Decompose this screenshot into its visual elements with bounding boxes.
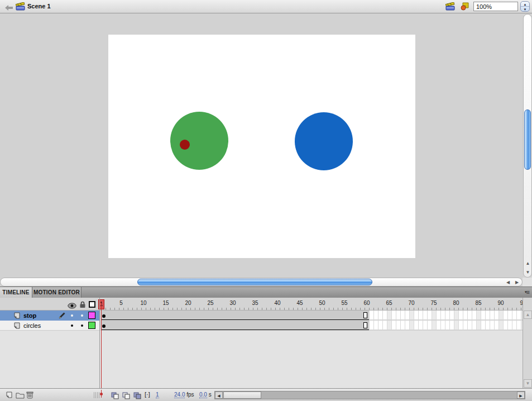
end-frame-marker[interactable] <box>363 322 367 328</box>
stage-canvas[interactable] <box>108 35 415 258</box>
stage-pasteboard[interactable] <box>0 14 523 278</box>
timeline-horizontal-scrollbar[interactable]: ◀ ▶ <box>214 391 525 399</box>
ruler-number: 50 <box>319 300 325 306</box>
blue-circle[interactable] <box>295 112 353 170</box>
onion-skin-icon[interactable] <box>111 392 119 401</box>
onion-skin-outlines-icon[interactable] <box>122 392 131 401</box>
keyframe-icon[interactable] <box>102 314 106 318</box>
ruler-number: 25 <box>207 300 213 306</box>
layer-name[interactable]: stop <box>23 312 36 319</box>
edit-symbols-icon[interactable] <box>460 2 469 13</box>
timeline-header: 5101520253035404550556065707580859095 1 <box>0 298 532 311</box>
time-label: s <box>209 392 212 398</box>
edit-scene-icon[interactable] <box>445 2 456 13</box>
frame-span[interactable] <box>101 311 369 320</box>
stage-horizontal-scrollbar[interactable]: ◀ ▶ <box>0 278 523 287</box>
flash-application-window: Scene 1 100% ▲ ▼ <box>0 0 532 401</box>
frame-rate: 24.0 fps <box>174 392 194 398</box>
ruler-number: 15 <box>162 300 169 306</box>
elapsed-time: 0.0 s <box>199 392 212 398</box>
layer-column-divider <box>99 298 100 388</box>
layer-visibility-dot[interactable] <box>71 324 73 327</box>
tab-motion-editor[interactable]: MOTION EDITOR <box>32 287 82 298</box>
scene-title: Scene 1 <box>27 3 51 9</box>
zoom-level-input[interactable]: 100% <box>473 2 518 11</box>
zoom-stepper[interactable]: ▲ ▼ <box>520 1 530 12</box>
edit-bar: Scene 1 100% ▲ ▼ <box>0 0 532 13</box>
ruler-number: 5 <box>119 300 123 306</box>
timeline-hscroll-thumb[interactable] <box>223 392 261 399</box>
empty-frames[interactable] <box>369 321 523 330</box>
ruler-number: 70 <box>408 300 414 306</box>
layer-lock-dot[interactable] <box>81 324 83 327</box>
panel-resize-grip[interactable] <box>94 392 99 398</box>
ruler-number: 65 <box>386 300 392 306</box>
scroll-left-icon[interactable]: ◀ <box>215 392 223 399</box>
ruler-number: 20 <box>185 300 191 306</box>
stepper-up-icon[interactable]: ▲ <box>521 2 529 7</box>
modify-markers-icon[interactable]: [·] <box>145 391 150 398</box>
stage-drawing[interactable] <box>108 35 415 258</box>
current-frame-value[interactable]: 1 <box>156 392 159 398</box>
lock-layers-icon[interactable] <box>79 300 86 311</box>
ruler-number: 90 <box>497 300 504 306</box>
delete-layer-icon[interactable] <box>26 391 33 401</box>
scroll-up-icon[interactable]: ▲ <box>524 311 532 319</box>
frame-ruler[interactable]: 5101520253035404550556065707580859095 <box>101 298 523 311</box>
empty-frames[interactable] <box>369 311 523 320</box>
fps-value[interactable]: 24.0 <box>174 392 185 398</box>
time-value[interactable]: 0.0 <box>199 392 207 398</box>
layer-lock-dot[interactable] <box>81 314 83 317</box>
status-playhead-marker <box>101 390 102 398</box>
timeline-status-bar: [·] 1 24.0 fps 0.0 s ◀ ▶ <box>0 388 532 401</box>
frame-row-stop[interactable] <box>101 311 523 321</box>
stage-hscroll-thumb[interactable] <box>137 279 372 285</box>
frame-row-circles[interactable] <box>101 321 523 331</box>
ruler-number: 80 <box>453 300 459 306</box>
scene-clapperboard-icon <box>16 2 26 13</box>
ruler-number: 40 <box>274 300 280 306</box>
tab-timeline[interactable]: TIMELINE <box>0 287 32 298</box>
ruler-ticks <box>101 308 523 310</box>
outline-layers-icon[interactable] <box>89 301 95 308</box>
fps-label: fps <box>186 392 194 398</box>
green-circle[interactable] <box>170 112 228 170</box>
new-folder-icon[interactable] <box>16 391 25 401</box>
layer-outline-color-swatch[interactable] <box>88 312 95 319</box>
ruler-number: 45 <box>296 300 303 306</box>
ruler-number: 10 <box>140 300 146 306</box>
red-dot[interactable] <box>180 140 190 150</box>
scroll-down-icon[interactable]: ▼ <box>524 268 532 276</box>
layer-visibility-dot[interactable] <box>71 314 73 317</box>
new-layer-icon[interactable] <box>4 391 13 401</box>
scroll-up-icon[interactable]: ▲ <box>524 259 532 268</box>
layer-outline-color-swatch[interactable] <box>88 322 95 329</box>
ruler-number: 75 <box>430 300 437 306</box>
scroll-down-icon[interactable]: ▼ <box>524 379 532 388</box>
ruler-number: 85 <box>475 300 481 306</box>
scroll-right-icon[interactable]: ▶ <box>517 392 525 399</box>
ruler-number: 30 <box>229 300 236 306</box>
end-frame-marker[interactable] <box>363 312 367 318</box>
scroll-right-icon[interactable]: ▶ <box>512 279 521 286</box>
ruler-number: 60 <box>363 300 370 306</box>
stepper-down-icon[interactable]: ▼ <box>521 7 529 12</box>
scroll-left-icon[interactable]: ◀ <box>504 279 512 286</box>
show-hide-layers-icon[interactable] <box>68 301 76 311</box>
stage-vertical-scrollbar[interactable]: ▲ ▼ <box>523 14 532 278</box>
frame-span[interactable] <box>101 321 369 330</box>
panel-menu-icon[interactable]: ▾≡ <box>525 289 529 295</box>
back-arrow-icon[interactable] <box>4 3 13 13</box>
keyframe-icon[interactable] <box>102 324 106 328</box>
layer-page-icon <box>12 322 21 332</box>
timeline-tab-bar: TIMELINE MOTION EDITOR ▾≡ <box>0 287 532 298</box>
layer-row-stop[interactable]: stop <box>0 311 99 321</box>
layer-row-circles[interactable]: circles <box>0 321 99 331</box>
edit-multiple-frames-icon[interactable] <box>133 392 142 401</box>
timeline-vertical-scrollbar[interactable]: ▲ ▼ <box>523 298 532 388</box>
scrollbar-corner <box>523 278 532 287</box>
ruler-number: 35 <box>252 300 258 306</box>
layer-name[interactable]: circles <box>23 322 41 329</box>
playhead-line[interactable] <box>101 303 102 388</box>
stage-vscroll-thumb[interactable] <box>524 109 531 170</box>
